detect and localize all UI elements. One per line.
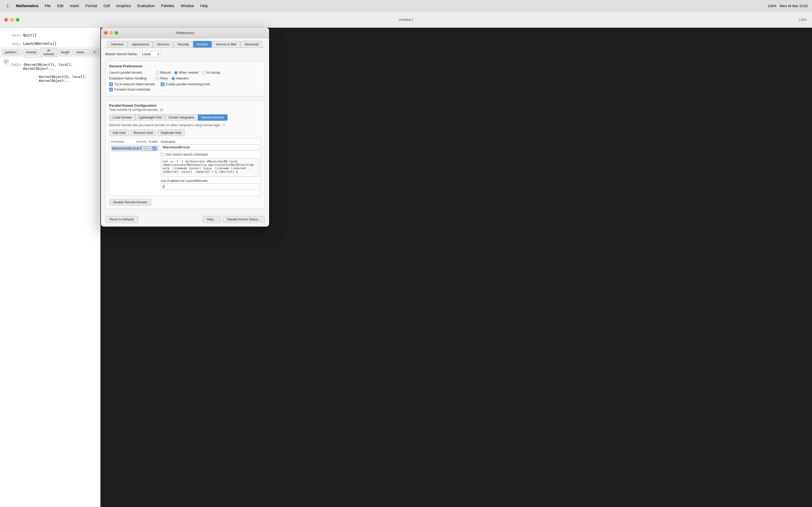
hostname-detail-label: Hostname: — [161, 140, 259, 144]
close-button[interactable] — [4, 18, 8, 22]
custom-launch-label: Use custom launch command: — [166, 153, 208, 156]
master-kernel-select[interactable]: Local — [140, 51, 161, 57]
cell-label-1: In[∞]:= — [5, 34, 21, 37]
radio-at-startup-input[interactable] — [202, 71, 206, 74]
host-btns-row: Add Host Remove Host Duplicate Host — [109, 130, 261, 136]
eval-failure-label: Evaluation failure handling: — [109, 76, 154, 80]
host-stepper-1: + − — [142, 146, 151, 151]
cb-forward-cloud-label: Forward cloud credentials — [114, 88, 150, 91]
cell-menu[interactable]: Cell — [101, 3, 112, 9]
col-enable: Enable — [148, 140, 159, 143]
custom-launch-checkbox[interactable] — [161, 153, 164, 156]
host-enable-1 — [151, 147, 158, 150]
more-btn[interactable]: more... — [74, 49, 89, 55]
tab-interface[interactable]: Interface — [107, 41, 128, 48]
master-kernel-select-wrapper: Local ⬍ — [140, 51, 161, 57]
sub-tab-cluster[interactable]: Cluster Integration — [165, 114, 198, 121]
format-menu[interactable]: Format — [83, 3, 100, 9]
tab-internet-mail[interactable]: Internet & Mail — [212, 41, 240, 48]
cb-enable-monitoring[interactable]: Enable parallel monitoring tools — [161, 82, 210, 86]
radio-manual-input[interactable] — [156, 71, 159, 74]
hostname-detail-input[interactable] — [161, 144, 259, 151]
reset-defaults-button[interactable]: Reset to Defaults — [105, 216, 139, 223]
add-cell-button[interactable]: + — [3, 59, 9, 64]
window-titlebar: Untitled-1 126% — [0, 12, 812, 28]
remove-host-button[interactable]: Remove Host — [130, 130, 156, 136]
file-menu[interactable]: File — [42, 3, 53, 9]
parallel-kernel-status-button[interactable]: Parallel Kernel Status... — [223, 216, 265, 223]
battery-indicator: 100% — [768, 4, 776, 8]
info-link[interactable]: >> — [222, 123, 225, 127]
duplicate-host-button[interactable]: Duplicate Host — [157, 130, 185, 136]
footer-btns-right: Help... Parallel Kernel Status... — [202, 216, 265, 223]
add-host-button[interactable]: Add Host — [109, 130, 129, 136]
all-subsets-btn[interactable]: all subsets — [41, 48, 57, 57]
radio-manual[interactable]: Manual — [156, 71, 170, 74]
radio-abandon[interactable]: Abandon — [171, 76, 189, 80]
cb-forward-cloud[interactable]: Forward cloud credentials — [109, 88, 150, 91]
radio-when-needed-input[interactable] — [174, 71, 177, 74]
reverse-btn[interactable]: reverse — [23, 49, 39, 55]
cell-code-2: LaunchKernels[] — [23, 42, 57, 46]
sub-tabs-row: Local Kernels Lightweight Grid Cluster I… — [109, 114, 261, 121]
help-button[interactable]: Help... — [202, 216, 221, 223]
dialog-close-button[interactable] — [104, 31, 108, 35]
dialog-maximize-button[interactable] — [115, 31, 118, 35]
tab-parallel[interactable]: Parallel — [193, 41, 212, 48]
tab-services[interactable]: Services — [153, 41, 173, 48]
partition-btn[interactable]: partition... — [2, 49, 22, 55]
edit-menu[interactable]: Edit — [54, 3, 66, 9]
host-list-panel: Hostname Kernels Enable iMacmirkos86.loc… — [111, 140, 159, 194]
options-input[interactable] — [161, 183, 259, 189]
cb-relaunch-failed[interactable]: Try to relaunch failed kernels — [109, 82, 155, 86]
options-label: List of options for LaunchRemote: — [161, 179, 259, 183]
cb-relaunch-failed-label: Try to relaunch failed kernels — [114, 82, 155, 86]
graphics-menu[interactable]: Graphics — [114, 3, 134, 9]
stepper-minus-1[interactable]: − — [147, 146, 151, 151]
sub-tab-local[interactable]: Local Kernels — [109, 114, 135, 121]
radio-abandon-input[interactable] — [171, 77, 175, 80]
apple-menu[interactable]:  — [4, 2, 11, 10]
dialog-footer: Reset to Defaults Help... Parallel Kerne… — [101, 213, 269, 227]
notebook-line-2: In[1]:= LaunchKernels[] — [5, 42, 95, 46]
radio-retry[interactable]: Retry — [156, 76, 168, 80]
config-title: Parallel Kernel Configuration — [109, 104, 261, 108]
cb-enable-monitoring-input[interactable] — [161, 82, 164, 86]
radio-retry-input[interactable] — [156, 77, 159, 80]
general-prefs-section: General Preferences Launch parallel kern… — [105, 61, 265, 96]
hostname-field-group: Hostname: — [161, 140, 259, 151]
refresh-btn[interactable]: ↻ — [90, 49, 99, 55]
insert-menu[interactable]: Insert — [67, 3, 82, 9]
sub-tab-lightweight[interactable]: Lightweight Grid — [135, 114, 165, 121]
cb-forward-cloud-input[interactable] — [109, 88, 113, 91]
host-area: Hostname Kernels Enable iMacmirkos86.loc… — [109, 138, 261, 196]
tab-advanced[interactable]: Advanced — [241, 41, 262, 48]
dialog-minimize-button[interactable] — [109, 31, 113, 35]
dialog-body: Master Kernel Name: Local ⬍ General Pref… — [101, 48, 269, 213]
disable-remote-kernels-button[interactable]: Disable Remote Kernels — [109, 199, 151, 206]
notebook-line-5: KernelObject[5, local], KernelObject... — [5, 75, 95, 82]
menubar:  Mathematica File Edit Insert Format Ce… — [0, 0, 812, 12]
minimize-button[interactable] — [10, 18, 14, 22]
tab-appearance[interactable]: Appearance — [128, 41, 153, 48]
length-btn[interactable]: length — [58, 49, 73, 55]
window-menu[interactable]: Window — [178, 3, 197, 9]
toolbar-row: partition... reverse all subsets length … — [0, 48, 100, 57]
sub-tab-remote[interactable]: Remote Kernels — [198, 114, 227, 121]
evaluation-menu[interactable]: Evaluation — [135, 3, 157, 9]
tab-security[interactable]: Security — [173, 41, 193, 48]
options-field-group: List of options for LaunchRemote: — [161, 179, 259, 189]
palettes-menu[interactable]: Palettes — [158, 3, 177, 9]
host-row-1[interactable]: iMacmirkos86.local 4 + − — [111, 146, 159, 151]
host-enable-checkbox-1[interactable] — [153, 147, 156, 150]
menubar-right: 100% Wed 18 Mar 15:52 — [768, 4, 808, 8]
launch-command-textarea[interactable]: ssh -x -f -l mirkoserino iMacmirkos86.lo… — [161, 158, 259, 177]
cb-relaunch-failed-input[interactable] — [109, 82, 113, 86]
stepper-plus-1[interactable]: + — [142, 146, 146, 151]
remote-kernels-info: Remote Kernels lets you launch kernels o… — [109, 123, 261, 127]
radio-at-startup[interactable]: At startup — [202, 71, 220, 74]
mathematica-menu[interactable]: Mathematica — [13, 3, 41, 9]
radio-when-needed[interactable]: When needed — [174, 71, 199, 74]
help-menu[interactable]: Help — [197, 3, 210, 9]
maximize-button[interactable] — [16, 18, 19, 22]
